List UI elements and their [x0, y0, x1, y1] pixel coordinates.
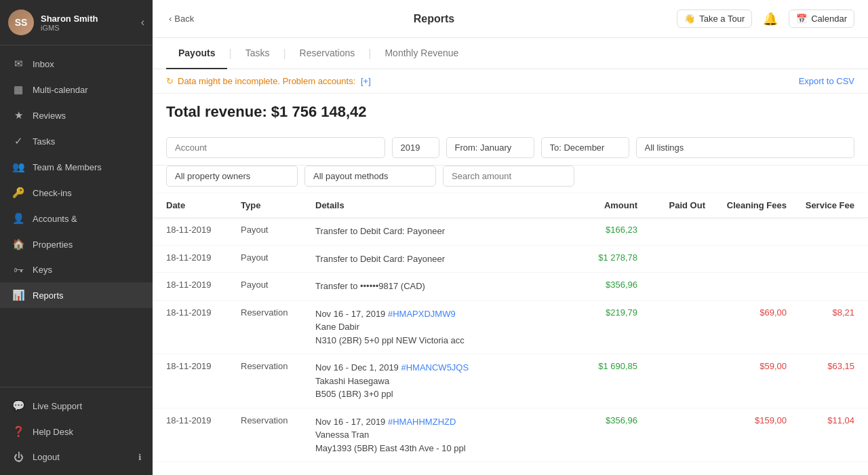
- reservation-link[interactable]: #HMANCW5JQS: [401, 362, 469, 373]
- take-tour-button[interactable]: 👋 Take a Tour: [677, 10, 752, 28]
- sidebar-header: SS Sharon Smith iGMS ‹: [0, 0, 153, 45]
- export-csv-button[interactable]: Export to CSV: [799, 76, 854, 86]
- header-amount: Amount: [563, 200, 637, 210]
- row-date-range: Nov 16 - 17, 2019: [315, 309, 388, 319]
- year-filter[interactable]: [392, 137, 439, 158]
- sidebar-label-reviews: Reviews: [33, 111, 66, 121]
- total-revenue-amount: Total revenue: $1 756 148,42: [166, 103, 854, 121]
- sidebar-item-reviews[interactable]: ★ Reviews: [0, 102, 153, 128]
- from-month-filter[interactable]: [446, 137, 534, 158]
- row-amount: $219,79: [563, 307, 637, 318]
- reports-icon: 📊: [11, 289, 26, 301]
- star-icon: ★: [11, 109, 26, 121]
- data-warning-banner: ↻ Data might be incomplete. Problem acco…: [153, 69, 868, 94]
- sidebar-toggle-icon[interactable]: ‹: [141, 16, 144, 28]
- reservation-link[interactable]: #HMAPXDJMW9: [388, 309, 456, 319]
- main-content: ‹ Back Reports 👋 Take a Tour 🔔 📅 Calenda…: [153, 0, 868, 475]
- inbox-icon: ✉: [11, 58, 26, 70]
- search-amount-input[interactable]: [443, 166, 574, 187]
- row-details: Transfer to Debit Card: Payoneer: [315, 225, 563, 238]
- accounts-icon: 👤: [11, 212, 26, 225]
- calendar-button[interactable]: 📅 Calendar: [789, 10, 854, 28]
- content-area: ↻ Data might be incomplete. Problem acco…: [153, 69, 868, 475]
- payout-methods-filter[interactable]: [304, 166, 436, 187]
- row-transfer-details: Transfer to ••••••9817 (CAD): [315, 281, 425, 291]
- row-amount: $356,96: [563, 280, 637, 290]
- row-details: Transfer to Debit Card: Payoneer: [315, 252, 563, 266]
- sidebar-item-team[interactable]: 👥 Team & Members: [0, 154, 153, 180]
- header-paid-out: Paid Out: [637, 200, 705, 210]
- topbar-actions: 👋 Take a Tour 🔔 📅 Calendar: [677, 10, 854, 28]
- reservation-link[interactable]: #HMAHHMZHZD: [388, 417, 456, 427]
- row-date: 18-11-2019: [166, 252, 241, 263]
- header-type: Type: [241, 200, 315, 210]
- to-month-filter[interactable]: [541, 137, 629, 158]
- sidebar-item-help-desk[interactable]: ❓ Help Desk: [0, 419, 153, 444]
- banner-problem-link[interactable]: [+]: [361, 76, 371, 86]
- sidebar-label-help-desk: Help Desk: [33, 427, 73, 437]
- tour-wave-icon: 👋: [684, 14, 695, 24]
- row-property-name: N310 (2BR) 5+0 ppl NEW Victoria acc: [315, 335, 465, 345]
- sidebar-item-inbox[interactable]: ✉ Inbox: [0, 51, 153, 77]
- sidebar-label-keys: Keys: [33, 265, 52, 275]
- tab-monthly-revenue[interactable]: Monthly Revenue: [372, 38, 471, 69]
- row-cleaning-fees: $59,00: [705, 361, 787, 371]
- calendar-label: Calendar: [811, 14, 847, 24]
- sidebar-label-inbox: Inbox: [33, 59, 54, 69]
- filters-row-1: [153, 130, 868, 166]
- tasks-icon: ✓: [11, 135, 26, 147]
- sidebar-item-properties[interactable]: 🏠 Properties: [0, 231, 153, 257]
- row-details: Transfer to ••••••9817 (CAD): [315, 280, 563, 293]
- row-transfer-details: Transfer to Debit Card: Payoneer: [315, 254, 445, 264]
- sidebar-item-accounts[interactable]: 👤 Accounts &: [0, 206, 153, 231]
- help-desk-icon: ❓: [11, 425, 26, 438]
- row-date: 18-11-2019: [166, 307, 241, 318]
- back-chevron-icon: ‹: [169, 14, 172, 24]
- tab-tasks[interactable]: Tasks: [233, 38, 282, 69]
- tab-reservations[interactable]: Reservations: [288, 38, 368, 69]
- row-details: Nov 16 - 17, 2019 #HMAHHMZHZDVanessa Tra…: [315, 415, 563, 455]
- row-date-range: Nov 16 - Dec 1, 2019: [315, 362, 401, 373]
- user-sub: iGMS: [41, 24, 98, 32]
- sidebar-item-multi-calendar[interactable]: ▦ Multi-calendar: [0, 77, 153, 102]
- back-button[interactable]: ‹ Back: [166, 14, 194, 24]
- notifications-button[interactable]: 🔔: [763, 12, 778, 26]
- tab-sep-3: |: [367, 48, 372, 60]
- row-amount: $356,96: [563, 415, 637, 425]
- header-date: Date: [166, 200, 241, 210]
- row-type: Reservation: [241, 361, 315, 371]
- row-details: Nov 16 - Dec 1, 2019 #HMANCW5JQSTakashi …: [315, 361, 563, 401]
- row-guest-name: Kane Dabir: [315, 322, 359, 332]
- banner-text: Data might be incomplete. Problem accoun…: [178, 76, 371, 86]
- table-row: 18-11-2019 Payout Transfer to ••••••9817…: [153, 273, 868, 301]
- account-filter[interactable]: [166, 137, 385, 158]
- table-row: 18-11-2019 Payout Transfer to Debit Card…: [153, 246, 868, 273]
- sidebar-label-logout: Logout: [33, 452, 60, 462]
- sidebar-item-logout[interactable]: ⏻ Logout ℹ: [0, 444, 153, 470]
- table-row: 18-11-2019 Reservation Nov 16 - Dec 1, 2…: [153, 354, 868, 408]
- row-guest-name: Vanessa Tran: [315, 430, 369, 440]
- row-cleaning-fees: $69,00: [705, 307, 787, 318]
- table-row: 18-11-2019 Payout Transfer to Debit Card…: [153, 218, 868, 246]
- sidebar-item-keys[interactable]: 🗝 Keys: [0, 257, 153, 282]
- sidebar-label-checkins: Check-ins: [33, 188, 72, 198]
- header-cleaning-fees: Cleaning Fees: [705, 200, 787, 210]
- tab-payouts[interactable]: Payouts: [166, 38, 227, 69]
- table-header: Date Type Details Amount Paid Out Cleani…: [153, 193, 868, 218]
- sidebar-item-live-support[interactable]: 💬 Live Support: [0, 393, 153, 419]
- tour-label: Take a Tour: [699, 14, 745, 24]
- sidebar-label-live-support: Live Support: [33, 401, 82, 411]
- row-cleaning-fees: $159,00: [705, 415, 787, 425]
- sidebar: SS Sharon Smith iGMS ‹ ✉ Inbox ▦ Multi-c…: [0, 0, 153, 475]
- sidebar-item-reports[interactable]: 📊 Reports: [0, 282, 153, 308]
- row-amount: $166,23: [563, 225, 637, 235]
- sidebar-label-multi-calendar: Multi-calendar: [33, 85, 88, 95]
- sidebar-item-tasks[interactable]: ✓ Tasks: [0, 128, 153, 154]
- property-owners-filter[interactable]: [166, 166, 298, 187]
- row-date: 18-11-2019: [166, 280, 241, 290]
- sidebar-item-checkins[interactable]: 🔑 Check-ins: [0, 180, 153, 206]
- table-body: 18-11-2019 Payout Transfer to Debit Card…: [153, 218, 868, 462]
- info-icon: ℹ: [138, 453, 142, 462]
- tabs-bar: Payouts | Tasks | Reservations | Monthly…: [153, 38, 868, 69]
- listings-filter[interactable]: [636, 137, 855, 158]
